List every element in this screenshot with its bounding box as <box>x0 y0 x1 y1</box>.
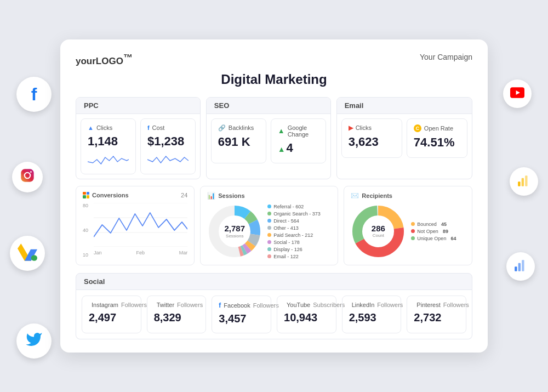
ppc-clicks-sparkline <box>88 152 129 167</box>
analytics2-icon <box>513 258 528 275</box>
google-ads-floating-icon <box>10 236 45 271</box>
campaign-label: Your Campaign <box>420 53 472 61</box>
email-clicks-label: Clicks <box>356 124 372 131</box>
legend-organic: Organic Search - 373 <box>267 211 321 217</box>
conversions-title: Conversions <box>83 192 129 198</box>
google-ads-small-icon: ▲ <box>88 124 94 131</box>
facebook-small-icon: f <box>147 124 150 131</box>
email-clicks-value: 3,623 <box>349 135 395 149</box>
legend-dot-notopen <box>411 229 415 233</box>
page-title: Digital Marketing <box>76 72 472 87</box>
sessions-card: 📊 Sessions <box>200 186 338 265</box>
legend-dot-display <box>267 247 271 251</box>
google-change-icon: ▲ <box>278 127 285 135</box>
seo-google-change-card: ▲ Google Change ▲4 <box>271 118 326 163</box>
email-openrate-value: 74.51% <box>414 135 460 150</box>
recipients-icon: ✉️ <box>351 192 359 200</box>
social-pinterest-card: P Pinterest Followers 2,732 <box>407 296 466 333</box>
sessions-donut: 2,787 Sessions <box>207 204 262 259</box>
conversions-chart: 80 40 10 Jan Feb Mar <box>83 203 187 258</box>
conversions-icon <box>83 192 89 198</box>
seo-google-change-value: ▲4 <box>278 141 319 155</box>
ppc-cost-sparkline <box>147 152 189 167</box>
svg-rect-11 <box>515 266 517 271</box>
social-youtube-value: 10,943 <box>284 311 329 324</box>
seo-backlinks-value: 691 K <box>218 135 259 149</box>
twitter-floating-icon <box>16 323 52 359</box>
legend-display: Display - 126 <box>267 247 321 252</box>
svg-rect-12 <box>518 263 521 271</box>
logo-text-before: your <box>76 56 96 67</box>
recipients-header: ✉️ Recipients <box>351 192 465 200</box>
recipients-center-value: 286 <box>372 224 385 234</box>
svg-point-5 <box>31 255 37 261</box>
recipients-donut-area: 286 Count Bounced 45 Not Open 89 <box>351 204 465 259</box>
legend-dot-other <box>267 226 271 230</box>
legend-dot-uniqueopen <box>411 236 415 240</box>
legend-dot-direct <box>267 219 271 223</box>
ppc-cost-label: Cost <box>152 124 165 131</box>
email-openrate-label: Open Rate <box>424 125 453 132</box>
conversions-badge: 24 <box>181 192 187 198</box>
middle-row: Conversions 24 80 40 10 <box>76 186 472 265</box>
backlinks-icon: 🔗 <box>218 124 226 132</box>
social-twitter-card: Twitter Followers 8,329 <box>147 296 207 333</box>
legend-uniqueopen: Unique Open 64 <box>411 236 456 241</box>
conversions-header: Conversions 24 <box>83 192 187 198</box>
legend-email: Email - 122 <box>267 254 321 259</box>
recipients-legend: Bounced 45 Not Open 89 Unique Open 64 <box>411 221 456 241</box>
social-twitter-value: 8,329 <box>154 311 199 324</box>
sessions-center-value: 2,787 <box>225 224 246 234</box>
svg-rect-0 <box>21 169 33 181</box>
recipients-center: 286 Count <box>372 224 385 238</box>
dashboard: yourLOGO™ Your Campaign Digital Marketin… <box>60 39 488 352</box>
social-label: Social <box>76 273 472 290</box>
seo-backlinks-label: Backlinks <box>229 124 254 131</box>
ppc-section: PPC ▲ Clicks 1,148 f C <box>76 97 201 179</box>
svg-point-2 <box>30 171 32 173</box>
social-facebook-value: 3,457 <box>219 313 264 325</box>
social-linkedin-value: 2,593 <box>349 311 395 324</box>
social-linkedin-card: in LinkedIn Followers 2,593 <box>342 296 402 333</box>
legend-referral: Referral - 602 <box>267 204 321 209</box>
sessions-header: 📊 Sessions <box>207 192 331 200</box>
seo-section: SEO 🔗 Backlinks 691 K ▲ Google Change <box>206 97 331 179</box>
ppc-clicks-value: 1,148 <box>88 134 129 149</box>
open-rate-icon: C <box>414 124 421 132</box>
svg-rect-9 <box>522 178 524 186</box>
youtube-floating-icon <box>503 79 532 108</box>
social-youtube-card: YouTube Subscribers 10,943 <box>277 296 336 333</box>
svg-rect-10 <box>525 175 527 186</box>
sessions-donut-area: 2,787 Sessions Referral - 602 Organic Se… <box>207 204 331 259</box>
legend-dot-social <box>267 240 271 244</box>
sessions-icon: 📊 <box>207 192 215 200</box>
sessions-legend: Referral - 602 Organic Search - 373 Dire… <box>267 204 321 259</box>
legend-dot-referral <box>267 204 271 208</box>
ppc-cost-card: f Cost $1,238 <box>140 118 196 174</box>
social-cards: Instagram Followers 2,497 Twitter Follow… <box>76 290 472 339</box>
analytics2-floating-icon <box>506 252 535 281</box>
seo-google-change-label: Google Change <box>288 124 319 138</box>
social-pinterest-value: 2,732 <box>414 311 459 324</box>
twitter-icon <box>25 331 43 352</box>
sessions-center-label: Sessions <box>225 234 246 238</box>
legend-direct: Direct - 564 <box>267 218 321 224</box>
conversions-line-svg <box>94 203 187 247</box>
analytics1-icon <box>517 173 531 190</box>
ppc-label: PPC <box>76 98 200 114</box>
facebook-social-icon: f <box>219 302 221 309</box>
social-instagram-card: Instagram Followers 2,497 <box>82 296 141 333</box>
email-clicks-icon: ▶ <box>349 124 353 132</box>
recipients-card: ✉️ Recipients 286 <box>344 186 472 265</box>
legend-other: Other - 413 <box>267 225 321 231</box>
recipients-title: ✉️ Recipients <box>351 192 392 200</box>
x-axis: Jan Feb Mar <box>94 250 187 255</box>
ppc-clicks-card: ▲ Clicks 1,148 <box>81 118 136 174</box>
email-clicks-card: ▶ Clicks 3,623 <box>341 118 402 158</box>
email-label: Email <box>337 98 472 114</box>
google-ads-icon <box>18 243 37 263</box>
social-facebook-card: f Facebook Followers 3,457 <box>212 296 271 333</box>
header: yourLOGO™ Your Campaign <box>76 53 472 67</box>
analytics1-floating-icon <box>510 167 538 196</box>
facebook-icon: f <box>31 84 37 105</box>
